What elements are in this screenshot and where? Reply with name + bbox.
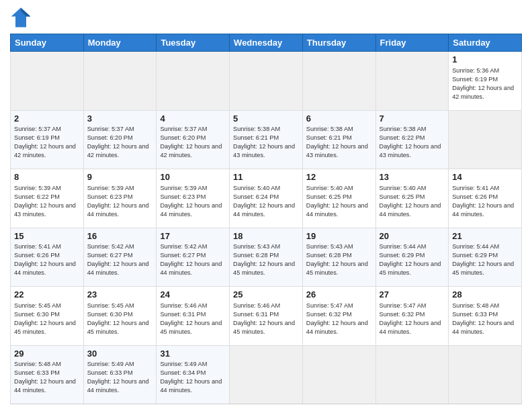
day-number: 10 (160, 172, 226, 183)
calendar-cell: 26Sunrise: 5:47 AMSunset: 6:32 PMDayligh… (302, 287, 375, 346)
day-detail: Sunrise: 5:44 AMSunset: 6:29 PMDaylight:… (380, 243, 441, 276)
day-number: 6 (306, 113, 372, 125)
calendar-day-header: Saturday (449, 34, 522, 52)
calendar-table: SundayMondayTuesdayWednesdayThursdayFrid… (10, 34, 522, 404)
day-detail: Sunrise: 5:37 AMSunset: 6:19 PMDaylight:… (14, 126, 76, 158)
calendar-cell: 11Sunrise: 5:40 AMSunset: 6:24 PMDayligh… (230, 169, 303, 228)
calendar-cell-empty (449, 110, 522, 169)
calendar-cell: 25Sunrise: 5:46 AMSunset: 6:31 PMDayligh… (230, 287, 303, 346)
day-detail: Sunrise: 5:42 AMSunset: 6:27 PMDaylight:… (160, 243, 222, 276)
calendar-cell: 3Sunrise: 5:37 AMSunset: 6:20 PMDaylight… (83, 110, 157, 169)
calendar-day-header: Tuesday (157, 34, 230, 52)
calendar-cell: 17Sunrise: 5:42 AMSunset: 6:27 PMDayligh… (157, 228, 230, 287)
day-number: 20 (380, 231, 445, 242)
day-number: 26 (306, 289, 372, 301)
calendar-cell: 10Sunrise: 5:39 AMSunset: 6:23 PMDayligh… (157, 169, 230, 228)
calendar-cell: 29Sunrise: 5:48 AMSunset: 6:33 PMDayligh… (11, 345, 84, 404)
day-detail: Sunrise: 5:37 AMSunset: 6:20 PMDaylight:… (160, 126, 222, 158)
day-number: 2 (14, 113, 80, 125)
day-detail: Sunrise: 5:48 AMSunset: 6:33 PMDaylight:… (452, 302, 514, 335)
day-number: 17 (160, 231, 226, 242)
day-number: 8 (14, 172, 80, 183)
day-detail: Sunrise: 5:39 AMSunset: 6:22 PMDaylight:… (14, 185, 76, 218)
day-detail: Sunrise: 5:39 AMSunset: 6:23 PMDaylight:… (160, 185, 222, 218)
calendar-day-header: Monday (83, 34, 157, 52)
day-detail: Sunrise: 5:39 AMSunset: 6:23 PMDaylight:… (87, 185, 149, 218)
calendar-cell-empty (302, 52, 375, 111)
day-detail: Sunrise: 5:41 AMSunset: 6:26 PMDaylight:… (14, 243, 76, 276)
day-number: 22 (14, 289, 80, 301)
day-number: 4 (160, 113, 226, 125)
day-number: 28 (452, 289, 518, 301)
day-detail: Sunrise: 5:38 AMSunset: 6:21 PMDaylight:… (233, 126, 295, 158)
calendar-day-header: Thursday (302, 34, 375, 52)
calendar-day-header: Wednesday (230, 34, 303, 52)
calendar-cell-empty (375, 345, 449, 404)
calendar-cell-empty (83, 52, 157, 111)
day-number: 25 (233, 289, 299, 301)
day-detail: Sunrise: 5:40 AMSunset: 6:25 PMDaylight:… (306, 185, 368, 218)
calendar-week-row: 22Sunrise: 5:45 AMSunset: 6:30 PMDayligh… (11, 287, 522, 346)
calendar-cell: 18Sunrise: 5:43 AMSunset: 6:28 PMDayligh… (230, 228, 303, 287)
calendar-cell-empty (302, 345, 375, 404)
calendar-cell: 9Sunrise: 5:39 AMSunset: 6:23 PMDaylight… (83, 169, 157, 228)
day-number: 29 (14, 349, 80, 360)
day-detail: Sunrise: 5:38 AMSunset: 6:21 PMDaylight:… (306, 126, 368, 158)
calendar-cell: 22Sunrise: 5:45 AMSunset: 6:30 PMDayligh… (11, 287, 84, 346)
day-detail: Sunrise: 5:47 AMSunset: 6:32 PMDaylight:… (380, 302, 441, 335)
calendar-cell: 23Sunrise: 5:45 AMSunset: 6:30 PMDayligh… (83, 287, 157, 346)
calendar-cell: 14Sunrise: 5:41 AMSunset: 6:26 PMDayligh… (449, 169, 522, 228)
day-number: 31 (160, 349, 226, 360)
calendar-week-row: 8Sunrise: 5:39 AMSunset: 6:22 PMDaylight… (11, 169, 522, 228)
day-detail: Sunrise: 5:49 AMSunset: 6:34 PMDaylight:… (160, 361, 222, 394)
day-detail: Sunrise: 5:43 AMSunset: 6:28 PMDaylight:… (233, 243, 295, 276)
day-number: 16 (87, 231, 153, 242)
calendar-week-row: 1Sunrise: 5:36 AMSunset: 6:19 PMDaylight… (11, 52, 522, 111)
day-detail: Sunrise: 5:40 AMSunset: 6:25 PMDaylight:… (380, 185, 441, 218)
day-number: 14 (452, 172, 518, 183)
day-number: 5 (233, 113, 299, 125)
calendar-cell: 15Sunrise: 5:41 AMSunset: 6:26 PMDayligh… (11, 228, 84, 287)
page: SundayMondayTuesdayWednesdayThursdayFrid… (0, 0, 532, 411)
day-number: 3 (87, 113, 153, 125)
day-detail: Sunrise: 5:43 AMSunset: 6:28 PMDaylight:… (306, 243, 368, 276)
calendar-cell-empty (449, 345, 522, 404)
day-number: 30 (87, 349, 153, 360)
day-number: 18 (233, 231, 299, 242)
calendar-cell: 5Sunrise: 5:38 AMSunset: 6:21 PMDaylight… (230, 110, 303, 169)
day-detail: Sunrise: 5:40 AMSunset: 6:24 PMDaylight:… (233, 185, 295, 218)
calendar-cell: 6Sunrise: 5:38 AMSunset: 6:21 PMDaylight… (302, 110, 375, 169)
calendar-week-row: 2Sunrise: 5:37 AMSunset: 6:19 PMDaylight… (11, 110, 522, 169)
day-detail: Sunrise: 5:47 AMSunset: 6:32 PMDaylight:… (306, 302, 368, 335)
day-detail: Sunrise: 5:46 AMSunset: 6:31 PMDaylight:… (233, 302, 295, 335)
calendar-week-row: 29Sunrise: 5:48 AMSunset: 6:33 PMDayligh… (11, 345, 522, 404)
calendar-cell: 27Sunrise: 5:47 AMSunset: 6:32 PMDayligh… (375, 287, 449, 346)
calendar-cell: 7Sunrise: 5:38 AMSunset: 6:22 PMDaylight… (375, 110, 449, 169)
calendar-cell-empty (11, 52, 84, 111)
day-detail: Sunrise: 5:49 AMSunset: 6:33 PMDaylight:… (87, 361, 149, 394)
day-number: 23 (87, 289, 153, 301)
day-number: 24 (160, 289, 226, 301)
day-number: 21 (452, 231, 518, 242)
calendar-cell: 28Sunrise: 5:48 AMSunset: 6:33 PMDayligh… (449, 287, 522, 346)
calendar-cell: 30Sunrise: 5:49 AMSunset: 6:33 PMDayligh… (83, 345, 157, 404)
calendar-cell: 12Sunrise: 5:40 AMSunset: 6:25 PMDayligh… (302, 169, 375, 228)
calendar-cell: 2Sunrise: 5:37 AMSunset: 6:19 PMDaylight… (11, 110, 84, 169)
day-detail: Sunrise: 5:36 AMSunset: 6:19 PMDaylight:… (452, 67, 514, 100)
calendar-cell: 21Sunrise: 5:44 AMSunset: 6:29 PMDayligh… (449, 228, 522, 287)
logo (10, 7, 34, 28)
day-number: 15 (14, 231, 80, 242)
day-detail: Sunrise: 5:46 AMSunset: 6:31 PMDaylight:… (160, 302, 222, 335)
calendar-cell: 20Sunrise: 5:44 AMSunset: 6:29 PMDayligh… (375, 228, 449, 287)
day-detail: Sunrise: 5:41 AMSunset: 6:26 PMDaylight:… (452, 185, 514, 218)
day-number: 12 (306, 172, 372, 183)
calendar-cell: 8Sunrise: 5:39 AMSunset: 6:22 PMDaylight… (11, 169, 84, 228)
day-detail: Sunrise: 5:37 AMSunset: 6:20 PMDaylight:… (87, 126, 149, 158)
calendar-cell: 4Sunrise: 5:37 AMSunset: 6:20 PMDaylight… (157, 110, 230, 169)
day-number: 1 (452, 54, 518, 66)
day-detail: Sunrise: 5:38 AMSunset: 6:22 PMDaylight:… (380, 126, 441, 158)
calendar-header-row: SundayMondayTuesdayWednesdayThursdayFrid… (11, 34, 522, 52)
day-number: 13 (380, 172, 445, 183)
day-detail: Sunrise: 5:48 AMSunset: 6:33 PMDaylight:… (14, 361, 76, 394)
day-number: 11 (233, 172, 299, 183)
